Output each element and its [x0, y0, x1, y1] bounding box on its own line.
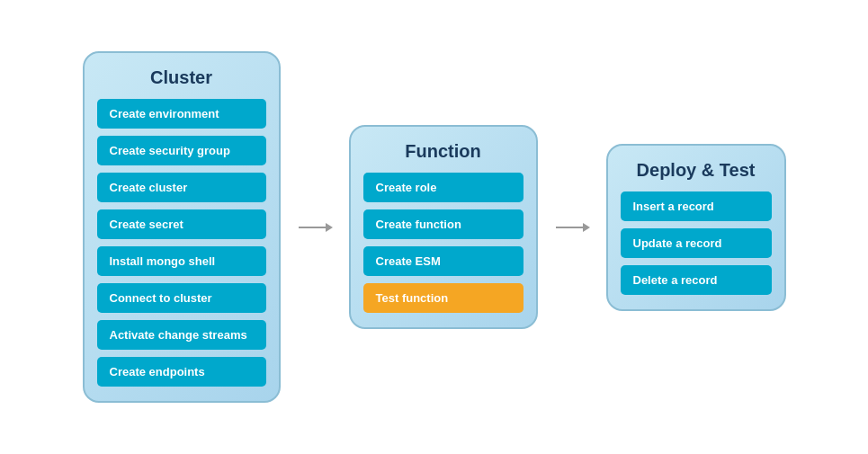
btn-create-function[interactable]: Create function: [363, 209, 523, 239]
function-title: Function: [405, 141, 480, 162]
btn-test-function[interactable]: Test function: [363, 283, 523, 313]
cluster-title: Cluster: [150, 67, 212, 88]
btn-create-cluster[interactable]: Create cluster: [97, 173, 266, 202]
panel-deploy: Deploy & Test Insert a record Update a r…: [606, 144, 786, 311]
svg-marker-3: [583, 223, 590, 232]
btn-create-security-group[interactable]: Create security group: [97, 136, 266, 165]
btn-create-endpoints[interactable]: Create endpoints: [97, 357, 266, 387]
btn-create-environment[interactable]: Create environment: [97, 99, 266, 129]
arrow-cluster-to-function: [281, 217, 349, 238]
btn-create-role[interactable]: Create role: [363, 173, 523, 202]
arrow-function-to-deploy: [538, 217, 606, 238]
function-items: Create role Create function Create ESM T…: [363, 173, 523, 313]
panel-function: Function Create role Create function Cre…: [349, 125, 538, 329]
svg-marker-1: [326, 223, 333, 232]
deploy-items: Insert a record Update a record Delete a…: [621, 191, 772, 295]
deploy-title: Deploy & Test: [637, 160, 756, 181]
diagram-container: Cluster Create environment Create securi…: [65, 33, 804, 421]
panel-cluster: Cluster Create environment Create securi…: [83, 51, 281, 403]
btn-connect-to-cluster[interactable]: Connect to cluster: [97, 283, 266, 313]
btn-create-esm[interactable]: Create ESM: [363, 246, 523, 276]
btn-update-record[interactable]: Update a record: [621, 228, 772, 258]
btn-install-mongo-shell[interactable]: Install mongo shell: [97, 246, 266, 276]
btn-create-secret[interactable]: Create secret: [97, 209, 266, 239]
cluster-items: Create environment Create security group…: [97, 99, 266, 387]
btn-delete-record[interactable]: Delete a record: [621, 265, 772, 295]
btn-activate-change-streams[interactable]: Activate change streams: [97, 320, 266, 350]
btn-insert-record[interactable]: Insert a record: [621, 191, 772, 221]
